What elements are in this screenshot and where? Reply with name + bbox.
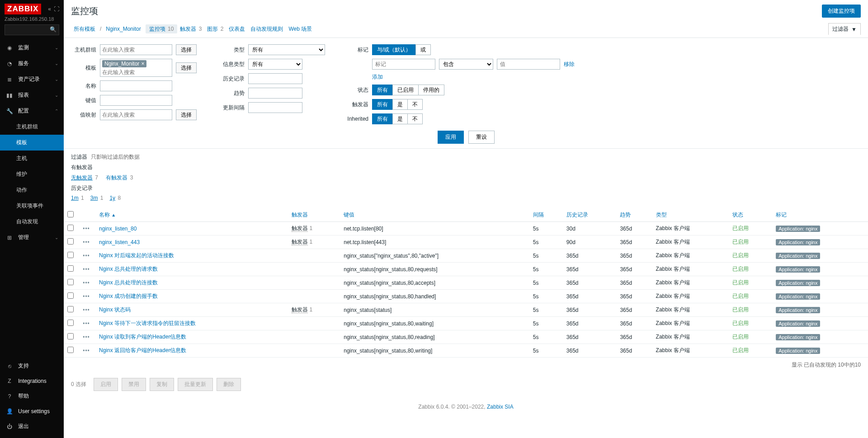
status-link[interactable]: 已启用: [732, 306, 749, 313]
template-tag[interactable]: Nginx_Monitor×: [102, 60, 146, 67]
valuemap-input[interactable]: [100, 109, 172, 120]
row-menu-icon[interactable]: •••: [83, 280, 90, 286]
seg-option[interactable]: 所有: [372, 113, 393, 124]
row-menu-icon[interactable]: •••: [83, 307, 90, 313]
row-checkbox[interactable]: [67, 279, 74, 285]
row-checkbox[interactable]: [67, 320, 74, 326]
tag-add-link[interactable]: 添加: [372, 73, 383, 81]
tag-remove-link[interactable]: 移除: [564, 61, 575, 68]
host-group-input[interactable]: [100, 44, 172, 55]
nav-bottom-item[interactable]: ⎋支持: [0, 358, 64, 374]
th-trends[interactable]: 趋势: [616, 208, 652, 222]
status-link[interactable]: 已启用: [732, 252, 749, 259]
nav-sub-item[interactable]: 自动发现: [0, 214, 64, 230]
bulk-delete-button[interactable]: 删除: [217, 378, 241, 391]
nav-sub-item[interactable]: 维护: [0, 166, 64, 182]
key-input[interactable]: [100, 95, 172, 106]
item-name-link[interactable]: nginx_listen_80: [99, 226, 137, 232]
tab[interactable]: 图形 2: [204, 24, 226, 33]
subf-hist-link[interactable]: 1m: [71, 195, 79, 201]
th-status[interactable]: 状态: [729, 208, 772, 222]
th-check[interactable]: [64, 208, 77, 222]
row-checkbox[interactable]: [67, 333, 74, 339]
subf-hist-link[interactable]: 1y: [109, 195, 115, 201]
row-checkbox[interactable]: [67, 252, 74, 258]
tab[interactable]: 自动发现规则: [248, 24, 286, 33]
item-name-link[interactable]: Nginx 读取到客户端的Header信息数: [99, 334, 186, 340]
status-link[interactable]: 已启用: [732, 266, 749, 272]
row-menu-icon[interactable]: •••: [83, 266, 90, 273]
template-input[interactable]: Nginx_Monitor×: [100, 59, 172, 77]
nav-item[interactable]: ≣资产记录⌄: [0, 71, 64, 87]
template-field[interactable]: [102, 69, 170, 75]
subf-hist-link[interactable]: 3m: [90, 195, 98, 201]
nav-sub-item[interactable]: 模板: [0, 135, 64, 151]
nav-bottom-item[interactable]: ZIntegrations: [0, 374, 64, 388]
tag-chip[interactable]: Application: nginx: [776, 334, 820, 340]
nav-sub-item[interactable]: 关联项事件: [0, 198, 64, 214]
trends-input[interactable]: [248, 88, 302, 99]
bulk-copy-button[interactable]: 复制: [150, 378, 174, 391]
nav-item[interactable]: 🔧配置⌃: [0, 103, 64, 119]
seg-option[interactable]: 不: [407, 113, 423, 124]
status-link[interactable]: 已启用: [732, 347, 749, 353]
row-menu-icon[interactable]: •••: [83, 226, 90, 232]
row-menu-icon[interactable]: •••: [83, 348, 90, 354]
bulk-massupdate-button[interactable]: 批量更新: [178, 378, 213, 391]
nav-sub-item[interactable]: 主机: [0, 151, 64, 166]
valuemap-field[interactable]: [102, 112, 170, 118]
row-checkbox[interactable]: [67, 225, 74, 231]
status-link[interactable]: 已启用: [732, 293, 749, 299]
nav-sub-item[interactable]: 主机群组: [0, 119, 64, 135]
row-checkbox[interactable]: [67, 306, 74, 312]
item-name-link[interactable]: Nginx 成功创建的握手数: [99, 293, 158, 299]
reset-button[interactable]: 重设: [468, 131, 495, 144]
tab[interactable]: 监控项 10: [146, 24, 178, 33]
tab[interactable]: 仪表盘: [226, 24, 248, 33]
nav-item[interactable]: ⊞管理⌄: [0, 230, 64, 245]
search-icon[interactable]: 🔍: [50, 26, 57, 33]
item-name-link[interactable]: Nginx 状态码: [99, 306, 131, 313]
item-name-link[interactable]: Nginx 返回给客户端的Header信息数: [99, 347, 186, 353]
seg-option[interactable]: 停用的: [418, 85, 444, 95]
crumb-template[interactable]: Nginx_Monitor: [103, 24, 143, 33]
nav-bottom-item[interactable]: 👤User settings: [0, 404, 64, 419]
history-input[interactable]: [248, 73, 302, 84]
crumb-all-templates[interactable]: 所有模板: [71, 24, 98, 34]
kiosk-icon[interactable]: ⛶: [54, 6, 59, 12]
collapse-icon[interactable]: «: [48, 6, 51, 12]
seg-option[interactable]: 已启用: [392, 85, 419, 95]
bulk-disable-button[interactable]: 禁用: [122, 378, 146, 391]
item-name-link[interactable]: Nginx 总共处理的连接数: [99, 279, 158, 286]
tag-chip[interactable]: Application: nginx: [776, 348, 820, 354]
item-name-link[interactable]: nginx_listen_443: [99, 239, 140, 245]
item-name-link[interactable]: Nginx 对后端发起的活动连接数: [99, 252, 174, 259]
tab[interactable]: Web 场景: [286, 24, 315, 33]
filter-toggle[interactable]: 过滤器 ▼: [828, 23, 861, 35]
seg-option[interactable]: 是: [392, 99, 408, 110]
nav-item[interactable]: ◉监测⌄: [0, 40, 64, 56]
trigger-link[interactable]: 触发器: [292, 306, 308, 313]
valuemap-select-button[interactable]: 选择: [176, 109, 197, 120]
type-select[interactable]: 所有: [248, 44, 325, 55]
row-checkbox[interactable]: [67, 292, 74, 299]
bulk-enable-button[interactable]: 启用: [94, 378, 118, 391]
th-key[interactable]: 键值: [340, 208, 529, 222]
seg-option[interactable]: 所有: [372, 99, 393, 110]
row-checkbox[interactable]: [67, 265, 74, 272]
row-menu-icon[interactable]: •••: [83, 334, 90, 340]
nav-bottom-item[interactable]: ⏻退出: [0, 419, 64, 434]
host-group-field[interactable]: [102, 47, 170, 53]
nav-bottom-item[interactable]: ?帮助: [0, 388, 64, 404]
tag-chip[interactable]: Application: nginx: [776, 266, 820, 273]
th-type[interactable]: 类型: [652, 208, 729, 222]
tag-mode-or[interactable]: 或: [415, 44, 431, 55]
nav-item[interactable]: ▮▮报表⌄: [0, 87, 64, 103]
row-checkbox[interactable]: [67, 347, 74, 353]
trigger-link[interactable]: 触发器: [292, 225, 308, 232]
tag-mode-andor[interactable]: 与/或（默认）: [372, 44, 416, 55]
update-interval-input[interactable]: [248, 102, 302, 113]
tag-chip[interactable]: Application: nginx: [776, 293, 820, 300]
row-checkbox[interactable]: [67, 238, 74, 245]
seg-option[interactable]: 所有: [372, 85, 393, 95]
